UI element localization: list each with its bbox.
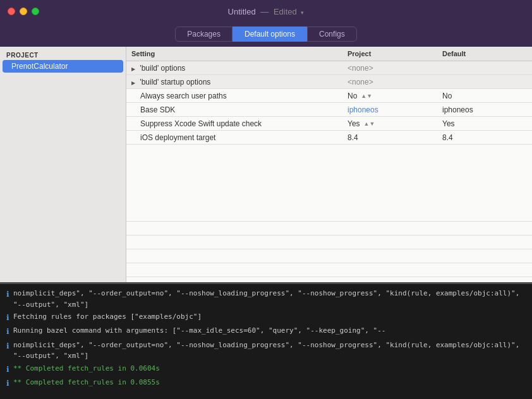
header-default: Default [437, 49, 532, 59]
titlebar: Untitled — Edited ▾ [0, 0, 532, 23]
row-project: No ▲▼ [342, 90, 437, 102]
header-project: Project [342, 49, 437, 59]
table-row[interactable]: Suppress Xcode Swift update check Yes ▲▼… [126, 117, 532, 131]
row-project: iphoneos [342, 104, 437, 116]
window-controls [8, 8, 39, 15]
table-row-empty [126, 222, 532, 235]
table-row-empty [126, 277, 532, 282]
row-setting: Always search user paths [126, 90, 342, 102]
row-project: <none> [342, 76, 437, 88]
list-item: ℹ Running bazel command with arguments: … [6, 325, 526, 338]
row-default [437, 80, 532, 84]
minimize-button[interactable] [20, 8, 27, 15]
tab-packages[interactable]: Packages [175, 27, 233, 42]
stepper-icon[interactable]: ▲▼ [364, 121, 375, 127]
settings-table: Setting Project Default ▶ 'build' option… [126, 47, 532, 282]
row-default [437, 66, 532, 70]
list-item: ℹ noimplicit_deps", "--order_output=no",… [6, 288, 526, 310]
main-window: Untitled — Edited ▾ Packages Default opt… [0, 0, 532, 399]
table-row[interactable]: iOS deployment target 8.4 8.4 [126, 131, 532, 145]
table-row-empty [126, 208, 532, 222]
row-default: 8.4 [437, 131, 532, 144]
sidebar: PROJECT PrenotCalculator [0, 47, 126, 282]
row-setting: ▶ 'build' options [126, 62, 342, 74]
row-setting: iOS deployment target [126, 131, 342, 144]
log-panel: ℹ noimplicit_deps", "--order_output=no",… [0, 282, 532, 399]
info-icon: ℹ [6, 378, 9, 390]
list-item: ℹ Fetching rules for packages ["examples… [6, 311, 526, 324]
row-setting: Suppress Xcode Swift update check [126, 117, 342, 130]
log-text: Running bazel command with arguments: ["… [13, 325, 385, 336]
log-content[interactable]: ℹ noimplicit_deps", "--order_output=no",… [0, 284, 532, 399]
info-icon: ℹ [6, 312, 9, 324]
row-default: Yes [437, 117, 532, 130]
row-project: <none> [342, 62, 437, 74]
triangle-icon: ▶ [131, 66, 135, 72]
empty-space [126, 145, 532, 208]
maximize-button[interactable] [32, 8, 39, 15]
info-icon: ℹ [6, 326, 9, 338]
title-dropdown-arrow[interactable]: ▾ [301, 9, 304, 16]
table-row-empty [126, 235, 532, 249]
row-project: 8.4 [342, 131, 437, 144]
sidebar-item-prenot-calculator[interactable]: PrenotCalculator [3, 60, 123, 73]
sidebar-section-header: PROJECT [0, 49, 126, 60]
tab-bar: Packages Default options Configs [0, 23, 532, 47]
list-item: ℹ ** Completed fetch_rules in 0.0855s [6, 377, 526, 390]
row-setting: Base SDK [126, 104, 342, 116]
table-row[interactable]: Base SDK iphoneos iphoneos [126, 103, 532, 117]
info-icon: ℹ [6, 364, 9, 376]
main-panel: PROJECT PrenotCalculator Setting Project… [0, 47, 532, 282]
content-area: PROJECT PrenotCalculator Setting Project… [0, 47, 532, 399]
header-setting: Setting [126, 49, 342, 59]
table-row[interactable]: ▶ 'build' options <none> [126, 61, 532, 75]
info-icon: ℹ [6, 289, 9, 301]
settings-header: Setting Project Default [126, 47, 532, 61]
table-row[interactable]: Always search user paths No ▲▼ No [126, 89, 532, 103]
tab-configs[interactable]: Configs [307, 27, 357, 42]
table-row-empty [126, 249, 532, 263]
log-text: Fetching rules for packages ["examples/o… [13, 311, 202, 323]
row-project: Yes ▲▼ [342, 117, 437, 130]
log-text: ** Completed fetch_rules in 0.0855s [13, 377, 160, 388]
table-row-empty [126, 263, 532, 277]
stepper-icon[interactable]: ▲▼ [361, 93, 372, 99]
table-row[interactable]: ▶ 'build' startup options <none> [126, 75, 532, 89]
log-text: noimplicit_deps", "--order_output=no", "… [13, 288, 526, 310]
triangle-icon: ▶ [131, 80, 135, 86]
info-icon: ℹ [6, 340, 9, 352]
row-default: iphoneos [437, 104, 532, 116]
tab-default-options[interactable]: Default options [233, 27, 307, 42]
list-item: ℹ ** Completed fetch_rules in 0.0604s [6, 363, 526, 376]
log-text: noimplicit_deps", "--order_output=no", "… [13, 340, 526, 362]
list-item: ℹ noimplicit_deps", "--order_output=no",… [6, 340, 526, 362]
close-button[interactable] [8, 8, 15, 15]
window-title: Untitled — Edited ▾ [228, 7, 305, 16]
row-setting: ▶ 'build' startup options [126, 76, 342, 88]
log-text: ** Completed fetch_rules in 0.0604s [13, 363, 160, 374]
row-default: No [437, 90, 532, 102]
